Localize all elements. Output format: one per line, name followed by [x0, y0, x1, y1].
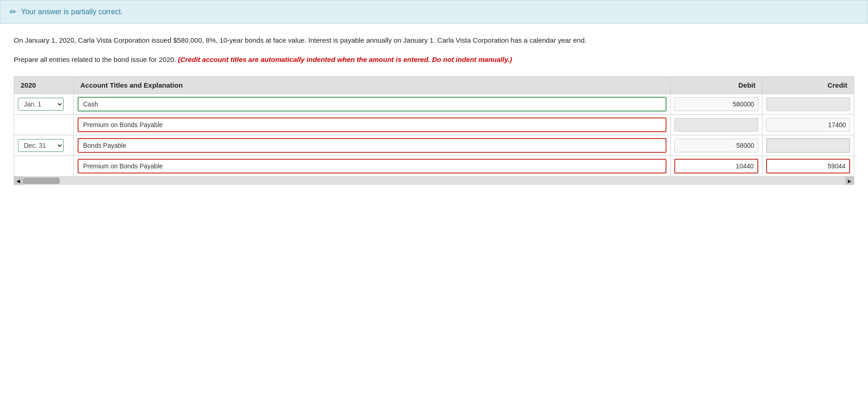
- account-input-2[interactable]: [78, 117, 666, 132]
- problem-text-1: On January 1, 2020, Carla Vista Corporat…: [14, 35, 854, 46]
- debit-cell-1[interactable]: [671, 94, 762, 115]
- credit-input-1: [766, 97, 850, 111]
- credit-cell-4[interactable]: [762, 156, 854, 177]
- account-cell-1[interactable]: [74, 94, 671, 115]
- account-cell-4[interactable]: [74, 156, 671, 177]
- instruction-text: Prepare all entries related to the bond …: [14, 54, 854, 65]
- scroll-left-button[interactable]: ◀: [14, 177, 23, 185]
- content-area: On January 1, 2020, Carla Vista Corporat…: [0, 35, 868, 199]
- date-cell-3[interactable]: Jan. 1 Dec. 31: [14, 135, 74, 156]
- header-credit: Credit: [762, 77, 854, 94]
- debit-cell-2: [671, 115, 762, 135]
- credit-cell-3: [762, 135, 854, 156]
- scrollbar-container: ◀ ▶: [14, 177, 854, 185]
- debit-cell-3[interactable]: [671, 135, 762, 156]
- header-account: Account Titles and Explanation: [74, 77, 671, 94]
- debit-input-1[interactable]: [674, 97, 758, 111]
- red-instruction: (Credit account titles are automatically…: [178, 56, 512, 63]
- account-input-3[interactable]: [78, 138, 666, 153]
- date-cell-2: [14, 115, 74, 135]
- account-cell-2[interactable]: [74, 115, 671, 135]
- table-row: Jan. 1 Dec. 31: [14, 94, 854, 115]
- header-year: 2020: [14, 77, 74, 94]
- account-input-4[interactable]: [78, 159, 666, 173]
- table-row: [14, 115, 854, 135]
- table-row: Jan. 1 Dec. 31: [14, 135, 854, 156]
- account-cell-3[interactable]: [74, 135, 671, 156]
- debit-cell-4[interactable]: [671, 156, 762, 177]
- scroll-right-button[interactable]: ▶: [845, 177, 854, 185]
- date-cell-1[interactable]: Jan. 1 Dec. 31: [14, 94, 74, 115]
- date-select-1[interactable]: Jan. 1 Dec. 31: [18, 98, 64, 111]
- account-input-1[interactable]: [78, 97, 666, 112]
- debit-input-2: [674, 118, 758, 132]
- pencil-icon: ✏: [10, 7, 17, 17]
- journal-table: 2020 Account Titles and Explanation Debi…: [14, 76, 854, 177]
- table-header-row: 2020 Account Titles and Explanation Debi…: [14, 77, 854, 94]
- notification-message: Your answer is partially correct.: [21, 8, 123, 16]
- credit-cell-2[interactable]: [762, 115, 854, 135]
- date-select-3[interactable]: Jan. 1 Dec. 31: [18, 139, 64, 152]
- credit-input-4[interactable]: [766, 159, 850, 173]
- debit-input-4[interactable]: [674, 159, 758, 173]
- notification-bar: ✏ Your answer is partially correct.: [0, 0, 868, 24]
- instruction-prefix: Prepare all entries related to the bond …: [14, 56, 176, 63]
- scrollbar-thumb[interactable]: [23, 178, 60, 184]
- debit-input-3[interactable]: [674, 139, 758, 152]
- date-cell-4: [14, 156, 74, 177]
- header-debit: Debit: [671, 77, 762, 94]
- scrollbar-track[interactable]: [23, 177, 845, 185]
- credit-cell-1: [762, 94, 854, 115]
- credit-input-3: [766, 138, 850, 153]
- table-row: [14, 156, 854, 177]
- credit-input-2[interactable]: [766, 118, 850, 132]
